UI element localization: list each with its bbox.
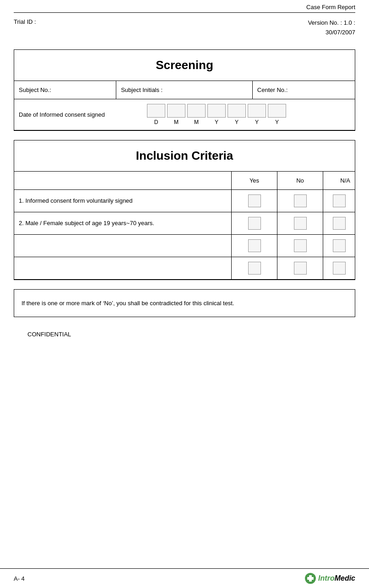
check-box-no-2[interactable] (294, 217, 307, 230)
criteria-yes-1 (231, 190, 277, 212)
subject-row: Subject No.: Subject Initials : Center N… (14, 81, 355, 99)
criteria-row-1: 1. Informed consent form voluntarily sig… (14, 190, 355, 212)
criteria-row-2: 2. Male / Female subject of age 19 years… (14, 212, 355, 235)
date-box-y3[interactable] (248, 104, 266, 118)
criteria-no-1 (277, 190, 323, 212)
date-box-y2[interactable] (228, 104, 246, 118)
criteria-na-4 (323, 257, 355, 279)
header-meta: Trial ID : Version No. : 1.0 : 30/07/200… (14, 16, 355, 40)
date-consent-row: Date of Informed consent signed D M M Y (14, 99, 355, 130)
inclusion-box: Inclusion Criteria Yes No N/A 1. Informe… (14, 140, 355, 280)
date-char-labels: D M M Y Y Y Y (147, 119, 286, 125)
date-boxes: D M M Y Y Y Y (147, 104, 286, 125)
version-block: Version No. : 1.0 : 30/07/2007 (308, 18, 355, 38)
center-no-label: Center No.: (257, 86, 288, 93)
logo-intro: Intro (318, 574, 335, 582)
check-box-yes-3[interactable] (248, 239, 261, 252)
subject-no-label: Subject No.: (19, 86, 51, 93)
check-box-na-2[interactable] (333, 217, 346, 230)
check-box-yes-1[interactable] (248, 194, 261, 207)
note-box: If there is one or more mark of ‘No’, yo… (14, 289, 355, 318)
date-consent-label: Date of Informed consent signed (19, 111, 147, 118)
intromedic-logo-icon (304, 572, 316, 584)
trial-id-label: Trial ID : (14, 18, 36, 25)
check-box-yes-4[interactable] (248, 262, 261, 275)
footer: A- 4 IntroMedic (0, 568, 369, 588)
inclusion-title: Inclusion Criteria (136, 149, 233, 162)
criteria-text-2: 2. Male / Female subject of age 19 years… (14, 213, 231, 233)
criteria-question-header (14, 172, 231, 189)
criteria-yes-4 (231, 257, 277, 279)
criteria-yes-3 (231, 235, 277, 257)
date-box-m1[interactable] (167, 104, 185, 118)
svg-rect-2 (307, 577, 314, 580)
date-char-m2: M (187, 119, 206, 125)
criteria-text-1: 1. Informed consent form voluntarily sig… (14, 191, 231, 210)
criteria-no-2 (277, 212, 323, 234)
criteria-na-header: N/A (323, 172, 355, 189)
date-char-y3: Y (248, 119, 266, 125)
criteria-na-3 (323, 235, 355, 257)
date-char-y1: Y (207, 119, 226, 125)
check-box-na-3[interactable] (333, 239, 346, 252)
criteria-header-row: Yes No N/A (14, 172, 355, 190)
logo-text: IntroMedic (318, 574, 355, 583)
screening-title: Screening (156, 58, 213, 72)
date-box-m2[interactable] (187, 104, 206, 118)
date-char-m1: M (167, 119, 185, 125)
check-box-na-1[interactable] (333, 194, 346, 207)
screening-box: Screening Subject No.: Subject Initials … (14, 49, 355, 131)
criteria-na-2 (323, 212, 355, 234)
check-box-no-4[interactable] (294, 262, 307, 275)
version-label: Version No. : 1.0 : (308, 18, 355, 28)
version-date: 30/07/2007 (308, 28, 355, 38)
criteria-yes-header: Yes (231, 172, 277, 189)
inclusion-title-row: Inclusion Criteria (14, 140, 355, 172)
report-title: Case Form Report (306, 4, 355, 11)
check-box-na-4[interactable] (333, 262, 346, 275)
criteria-no-header: No (277, 172, 323, 189)
check-box-yes-2[interactable] (248, 217, 261, 230)
criteria-row-4 (14, 257, 355, 280)
center-no-cell: Center No.: (253, 81, 355, 99)
criteria-no-3 (277, 235, 323, 257)
subject-initials-label: Subject Initials : (121, 86, 163, 93)
date-box-y1[interactable] (207, 104, 226, 118)
date-box-d1[interactable] (147, 104, 165, 118)
date-char-y2: Y (228, 119, 246, 125)
page-number: A- 4 (14, 575, 25, 582)
check-box-no-1[interactable] (294, 194, 307, 207)
date-char-y4: Y (268, 119, 286, 125)
main-content: Screening Subject No.: Subject Initials … (0, 40, 369, 352)
check-box-no-3[interactable] (294, 239, 307, 252)
criteria-row-3 (14, 235, 355, 257)
screening-title-row: Screening (14, 50, 355, 81)
date-inputs (147, 104, 286, 118)
criteria-na-1 (323, 190, 355, 212)
confidential-label: CONFIDENTIAL (14, 326, 355, 342)
criteria-text-3 (14, 239, 231, 252)
header-top-bar: Case Form Report (14, 4, 355, 13)
note-text: If there is one or more mark of ‘No’, yo… (22, 300, 234, 307)
subject-no-cell: Subject No.: (14, 81, 116, 99)
logo-medic: Medic (335, 574, 355, 582)
criteria-text-4 (14, 262, 231, 275)
criteria-yes-2 (231, 212, 277, 234)
subject-initials-cell: Subject Initials : (116, 81, 253, 99)
date-box-y4[interactable] (268, 104, 286, 118)
logo-area: IntroMedic (304, 572, 355, 584)
criteria-no-4 (277, 257, 323, 279)
header: Case Form Report Trial ID : Version No. … (0, 0, 369, 40)
date-char-d: D (147, 119, 165, 125)
